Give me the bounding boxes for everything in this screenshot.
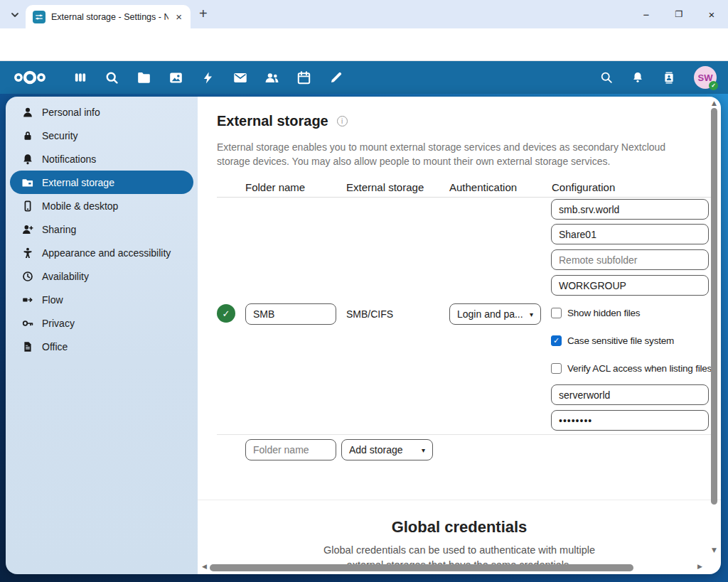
window-controls: − ❐ × [630,0,728,28]
domain-input[interactable] [551,275,709,296]
sidebar-item-notifications[interactable]: Notifications [10,147,193,171]
activity-icon[interactable] [192,61,224,94]
notifications-bell-icon[interactable] [631,71,644,84]
global-credentials-title: Global credentials [198,518,721,537]
sidebar-item-availability[interactable]: Availability [10,264,193,288]
flow-icon [22,294,33,306]
sidebar-item-security[interactable]: Security [10,124,193,147]
sidebar-item-sharing[interactable]: Sharing [10,217,193,241]
close-button[interactable]: × [695,9,728,21]
minimize-button[interactable]: − [630,9,663,21]
scroll-up-icon[interactable]: ▲ [712,99,717,107]
remote-subfolder-input[interactable] [551,249,709,270]
new-folder-name-input[interactable] [245,439,336,460]
row-divider [217,434,711,435]
checkbox-label: Case sensitive file system [567,335,674,346]
app-menu [64,61,352,94]
tab-title: External storage - Settings - Ne [51,12,168,22]
document-icon [22,341,33,352]
key-icon [22,318,33,329]
nextcloud-header: SW [0,61,728,94]
chevron-down-icon: ▾ [530,311,533,318]
browser-window: External storage - Settings - Ne × + − ❐… [0,0,728,582]
horizontal-scrollbar[interactable] [210,564,633,571]
add-storage-dropdown[interactable]: Add storage ▾ [341,439,433,460]
verify-acl-option[interactable]: Verify ACL access when listing files [551,362,712,374]
tab-close-icon[interactable]: × [174,11,183,22]
external-storage-icon [22,177,33,188]
username-input[interactable] [551,384,709,405]
settings-panel: Personal info Security Notifications Ext… [6,97,721,574]
new-tab-button[interactable]: + [199,6,208,22]
contacts-icon[interactable] [256,61,288,94]
sidebar-item-label: Notifications [42,153,96,165]
chevron-down-icon: ▾ [422,446,425,454]
scroll-right-icon[interactable]: ▶ [697,563,702,570]
password-input[interactable] [551,410,709,431]
dashboard-icon[interactable] [64,61,96,94]
share-input[interactable] [551,224,709,244]
accessibility-icon [22,247,33,259]
contacts-menu-icon[interactable] [663,71,675,85]
case-sensitive-option[interactable]: Case sensitive file system [551,334,674,347]
mail-icon[interactable] [224,61,256,94]
tab-search-chevron-icon[interactable] [7,7,23,23]
unified-search-icon[interactable] [600,71,613,84]
add-storage-label: Add storage [349,444,403,456]
sidebar-item-external-storage[interactable]: External storage [10,171,193,194]
sidebar-item-label: Appearance and accessibility [42,247,171,259]
checkbox-icon[interactable] [551,363,562,374]
show-hidden-files-option[interactable]: Show hidden files [551,306,640,319]
sidebar-item-privacy[interactable]: Privacy [10,311,193,335]
browser-toolbar: ← → ↻ dlp.srv.world/index.php/settings/u… [0,28,728,61]
sidebar-item-label: External storage [42,177,114,188]
tab-strip: External storage - Settings - Ne × + − ❐… [0,0,728,28]
backend-label: SMB/CIFS [346,308,393,320]
sidebar-item-label: Mobile & desktop [42,200,118,212]
folder-name-input[interactable] [245,303,336,325]
sidebar-item-label: Security [42,130,78,141]
scroll-down-icon[interactable]: ▼ [712,546,717,554]
files-icon[interactable] [128,61,160,94]
sidebar-item-flow[interactable]: Flow [10,288,193,311]
phone-icon [22,200,33,212]
host-input[interactable] [551,199,709,220]
vertical-scrollbar[interactable] [711,108,717,505]
online-status-icon [709,81,718,90]
checkbox-icon[interactable] [551,308,562,318]
lock-icon [22,130,33,141]
notes-pencil-icon[interactable] [320,61,352,94]
sidebar-item-label: Office [42,341,68,352]
user-icon [22,107,33,118]
clock-icon [22,271,33,282]
photos-icon[interactable] [160,61,192,94]
column-header-authentication: Authentication [449,181,517,193]
sidebar-item-label: Personal info [42,107,100,118]
maximize-button[interactable]: ❐ [663,9,695,19]
user-avatar[interactable]: SW [694,66,717,89]
sidebar-item-office[interactable]: Office [10,335,193,358]
browser-tab[interactable]: External storage - Settings - Ne × [26,5,191,28]
bell-icon [22,153,33,165]
authentication-value: Login and pa... [457,308,523,320]
checkbox-icon[interactable] [551,335,562,346]
storage-status-ok-icon: ✓ [217,304,235,323]
table-header-divider [217,197,711,198]
app-background: Personal info Security Notifications Ext… [0,94,728,582]
column-header-configuration: Configuration [552,181,615,193]
column-header-external-storage: External storage [346,181,424,193]
sidebar-item-appearance[interactable]: Appearance and accessibility [10,241,193,264]
authentication-dropdown[interactable]: Login and pa... ▾ [449,303,541,325]
nextcloud-logo-icon[interactable] [13,69,47,86]
sidebar-item-personal-info[interactable]: Personal info [10,100,193,124]
sidebar-item-label: Flow [42,294,63,306]
scroll-left-icon[interactable]: ◀ [202,563,207,570]
info-icon[interactable]: i [337,116,348,126]
nextcloud-storage-favicon-icon [33,11,46,23]
sidebar-item-label: Availability [42,271,89,282]
calendar-icon[interactable] [288,61,320,94]
sidebar-item-mobile-desktop[interactable]: Mobile & desktop [10,194,193,217]
search-app-icon[interactable] [96,61,128,94]
checkbox-label: Verify ACL access when listing files [567,363,712,374]
page-description: External storage enables you to mount ex… [217,140,695,168]
